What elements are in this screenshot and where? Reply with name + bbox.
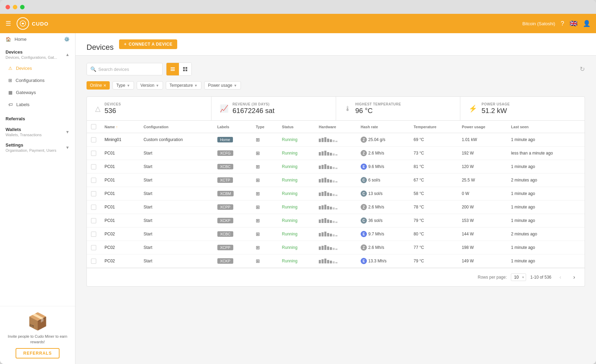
list-view-button[interactable]	[166, 63, 179, 75]
content-area: 🔍	[75, 56, 596, 293]
maximize-dot[interactable]	[20, 5, 25, 9]
sidebar-section-subtitle: Devices, Configurations, Gat...	[6, 55, 57, 59]
device-name-link[interactable]: Mining01	[105, 137, 121, 142]
row-checkbox[interactable]	[91, 259, 96, 264]
label-badge: XCBC	[217, 231, 234, 237]
th-hashrate[interactable]: Hash rate	[356, 121, 409, 133]
sidebar-section-settings-header[interactable]: Settings Organisation, Payment, Users ▼	[6, 142, 70, 152]
sidebar-section-wallets-header[interactable]: Wallets Wallets, Transactions ▼	[6, 127, 70, 137]
language-flag[interactable]: 🇬🇧	[570, 20, 577, 27]
th-name[interactable]: Name ↑	[100, 121, 139, 133]
menu-icon[interactable]: ☰	[6, 20, 11, 27]
th-power[interactable]: Power usage	[458, 121, 507, 133]
hashrate-cell: E 9.7 Mh/s	[361, 231, 384, 237]
device-name-link[interactable]: PC02	[105, 259, 115, 263]
row-temp: 67 °C	[409, 174, 458, 187]
th-status[interactable]: Status	[278, 121, 315, 133]
device-name-link[interactable]: PC01	[105, 191, 115, 196]
th-hardware[interactable]: Hardware	[315, 121, 356, 133]
device-name-link[interactable]: PC01	[105, 178, 115, 183]
online-filter-label: Online	[90, 83, 102, 88]
row-checkbox[interactable]	[91, 218, 96, 223]
hash-icon: E	[361, 258, 367, 264]
th-labels[interactable]: Labels	[213, 121, 252, 133]
row-checkbox[interactable]	[91, 151, 96, 156]
sidebar-section-devices-header[interactable]: Devices Devices, Configurations, Gat... …	[6, 49, 70, 59]
row-label: Home	[213, 133, 252, 147]
th-config[interactable]: Configuration	[139, 121, 213, 133]
user-icon[interactable]: 👤	[583, 20, 590, 27]
row-checkbox[interactable]	[91, 232, 96, 237]
type-filter-label: Type	[116, 83, 125, 88]
power-usage-filter[interactable]: Power usage ▼	[204, 81, 241, 90]
th-type[interactable]: Type	[252, 121, 278, 133]
rows-per-page-select[interactable]: 10 25 50	[511, 273, 526, 281]
version-filter[interactable]: Version ▼	[137, 81, 163, 90]
referrals-title: Referrals	[6, 116, 25, 121]
row-checkbox[interactable]	[91, 191, 96, 196]
th-seen[interactable]: Last seen	[507, 121, 585, 133]
sidebar-gateways-label: Gateways	[16, 90, 36, 95]
row-hashrate: Z 25.04 g/s	[356, 133, 409, 147]
row-checkbox[interactable]	[91, 164, 96, 169]
row-name: PC02	[100, 254, 139, 268]
row-status: Running	[278, 133, 315, 147]
sidebar-item-labels[interactable]: 🏷 Labels	[6, 99, 70, 111]
row-checkbox[interactable]	[91, 205, 96, 210]
refresh-button[interactable]: ↻	[580, 65, 585, 73]
sidebar-devices-items: ⚠ Devices ⊞ Configurations ▦ Gateways	[6, 62, 70, 111]
row-temp: 58 °C	[409, 187, 458, 200]
device-name-link[interactable]: PC02	[105, 232, 115, 236]
row-status: Running	[278, 200, 315, 214]
row-temp: 79 °C	[409, 214, 458, 227]
sidebar-item-gateways[interactable]: ▦ Gateways	[6, 86, 70, 99]
online-filter-remove[interactable]: ×	[103, 83, 106, 88]
revenue-stat-label: REVENUE (30 DAYS)	[233, 102, 274, 106]
page-header: Devices + CONNECT A DEVICE	[75, 33, 596, 56]
devices-stat-icon: △	[95, 104, 100, 113]
type-filter[interactable]: Type ▼	[112, 81, 134, 90]
status-badge: Running	[282, 245, 298, 250]
settings-subtitle: Organisation, Payment, Users	[6, 148, 56, 152]
hash-icon: E	[361, 164, 367, 170]
online-filter-tag[interactable]: Online ×	[87, 81, 110, 90]
help-icon[interactable]: ?	[561, 20, 564, 27]
hash-icon: Z	[361, 137, 367, 143]
temp-stat-icon: 🌡	[344, 105, 351, 113]
status-badge: Running	[282, 232, 298, 236]
wallets-subtitle: Wallets, Transactions	[6, 133, 42, 137]
sidebar-section-referrals-header[interactable]: Referrals	[6, 116, 70, 121]
row-checkbox[interactable]	[91, 178, 96, 183]
row-hardware	[315, 241, 356, 254]
temperature-filter[interactable]: Temperature ▼	[166, 81, 201, 90]
device-name-link[interactable]: PC01	[105, 151, 115, 156]
row-checkbox[interactable]	[91, 245, 96, 250]
device-name-link[interactable]: PC01	[105, 218, 115, 223]
sidebar-item-configurations[interactable]: ⊞ Configurations	[6, 74, 70, 86]
grid-icon	[183, 67, 188, 72]
page-title: Devices	[87, 43, 114, 52]
next-page-button[interactable]: ›	[569, 272, 579, 282]
device-name-link[interactable]: PC01	[105, 164, 115, 169]
grid-view-button[interactable]	[179, 63, 191, 75]
row-name: PC01	[100, 214, 139, 227]
sidebar-item-devices[interactable]: ⚠ Devices	[6, 62, 70, 74]
search-input[interactable]	[98, 67, 159, 72]
device-name-link[interactable]: PC01	[105, 205, 115, 209]
topnav: ☰ CUDO Bitcoin (Satoshi) ? 🇬🇧 👤	[0, 14, 596, 33]
close-dot[interactable]	[6, 5, 10, 9]
prev-page-button[interactable]: ‹	[556, 272, 565, 282]
power-usage-filter-arrow: ▼	[234, 84, 237, 87]
sidebar-item-home[interactable]: 🏠 Home ⚙️	[0, 33, 75, 45]
th-temperature[interactable]: Temperature	[409, 121, 458, 133]
settings-icon[interactable]: ⚙️	[64, 37, 70, 42]
select-all-checkbox[interactable]	[91, 124, 96, 129]
row-checkbox[interactable]	[91, 137, 96, 142]
windows-icon: ⊞	[256, 177, 260, 183]
devices-stat-label: DEVICES	[105, 102, 121, 106]
device-name-link[interactable]: PC02	[105, 245, 115, 250]
connect-device-button[interactable]: + CONNECT A DEVICE	[119, 39, 177, 49]
referrals-button[interactable]: REFERRALS	[16, 348, 59, 358]
minimize-dot[interactable]	[13, 5, 17, 9]
row-temp: 79 °C	[409, 254, 458, 268]
